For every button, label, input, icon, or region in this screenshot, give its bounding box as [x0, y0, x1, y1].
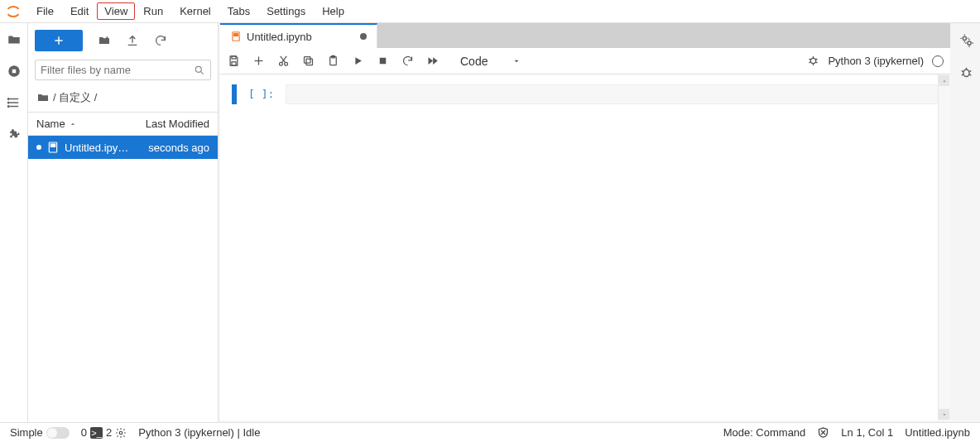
svg-point-23: [284, 62, 287, 65]
status-counts[interactable]: 0 >_ 2: [81, 426, 127, 439]
bug-icon[interactable]: [807, 55, 819, 67]
copy-icon[interactable]: [301, 55, 315, 68]
content-area: Untitled.ipynb Code: [219, 23, 980, 422]
extensions-icon[interactable]: [6, 126, 22, 142]
notebook-icon: [46, 141, 60, 154]
svg-point-40: [963, 70, 968, 77]
paste-icon[interactable]: [326, 55, 339, 68]
file-list-header: Name Last Modified: [28, 112, 218, 136]
statusbar: Simple 0 >_ 2 Python 3 (ipykernel) | Idl…: [0, 422, 980, 442]
file-name: Untitled.ipy…: [65, 142, 128, 154]
cell-prompt: [ ]:: [243, 84, 279, 104]
svg-line-33: [809, 59, 811, 60]
svg-rect-18: [232, 56, 236, 59]
menu-view[interactable]: View: [97, 2, 135, 20]
svg-line-35: [809, 62, 811, 63]
scrollbar[interactable]: [938, 74, 950, 420]
tab-bar: Untitled.ipynb: [220, 23, 950, 48]
filebrowser-panel: / 自定义 / Name Last Modified Untitled.ipy……: [28, 23, 219, 422]
menu-settings[interactable]: Settings: [258, 2, 314, 21]
cell-marker: [232, 84, 237, 104]
folder-icon[interactable]: [6, 31, 22, 48]
toggle-switch[interactable]: [46, 427, 70, 439]
running-indicator-icon: [36, 145, 41, 150]
svg-point-12: [195, 66, 201, 72]
menu-run[interactable]: Run: [135, 2, 171, 21]
svg-line-34: [816, 59, 818, 60]
svg-rect-26: [306, 59, 313, 65]
file-list: Untitled.ipy… seconds ago: [28, 136, 218, 422]
restart-run-all-icon[interactable]: [425, 55, 439, 68]
svg-line-13: [200, 71, 203, 74]
notebook-toolbar: Code Python 3 (ipykernel): [220, 48, 950, 74]
filter-box[interactable]: [35, 60, 211, 80]
jupyter-logo: [5, 3, 22, 20]
cell-input[interactable]: [286, 84, 939, 104]
svg-point-39: [967, 41, 970, 45]
svg-rect-27: [304, 57, 310, 64]
file-item-selected[interactable]: Untitled.ipy… seconds ago: [28, 136, 218, 159]
menu-edit[interactable]: Edit: [62, 2, 97, 21]
restart-icon[interactable]: [401, 55, 414, 68]
simple-mode-toggle[interactable]: Simple: [10, 426, 70, 439]
cut-icon[interactable]: [276, 55, 290, 68]
svg-rect-17: [234, 34, 238, 36]
run-icon[interactable]: [351, 55, 364, 68]
notebook-trust-icon[interactable]: [817, 426, 829, 439]
debugger-icon[interactable]: [959, 65, 973, 79]
tab-notebook[interactable]: Untitled.ipynb: [220, 23, 377, 48]
menu-file[interactable]: File: [28, 2, 62, 21]
svg-line-36: [816, 62, 818, 63]
new-launcher-button[interactable]: [35, 30, 83, 51]
svg-line-44: [961, 74, 963, 75]
gear-icon: [115, 427, 127, 439]
svg-line-45: [969, 74, 971, 75]
filebrowser-toolbar: [28, 23, 218, 56]
kernel-name: Python 3 (ipykernel): [828, 55, 924, 67]
property-inspector-icon[interactable]: [959, 33, 973, 47]
scroll-up-icon[interactable]: [939, 75, 949, 86]
file-modified: seconds ago: [148, 142, 209, 154]
column-modified[interactable]: Last Modified: [146, 118, 209, 130]
menu-kernel[interactable]: Kernel: [171, 2, 219, 21]
kernel-status-icon[interactable]: [932, 55, 944, 67]
folder-icon: [36, 91, 50, 104]
svg-point-38: [963, 36, 966, 40]
add-cell-icon[interactable]: [252, 55, 265, 68]
breadcrumb-path: / 自定义 /: [53, 90, 97, 105]
svg-point-6: [7, 102, 9, 103]
kernel-info[interactable]: Python 3 (ipykernel): [807, 55, 944, 67]
celltype-selector[interactable]: Code: [457, 53, 524, 70]
new-folder-icon[interactable]: [98, 34, 111, 47]
scroll-down-icon[interactable]: [939, 409, 949, 420]
cursor-position: Ln 1, Col 1: [841, 426, 893, 439]
menubar: File Edit View Run Kernel Tabs Settings …: [0, 0, 980, 23]
upload-icon[interactable]: [126, 34, 139, 47]
menu-tabs[interactable]: Tabs: [219, 2, 258, 21]
svg-rect-1: [12, 70, 16, 74]
kernel-status[interactable]: Python 3 (ipykernel) | Idle: [138, 426, 260, 439]
toc-icon[interactable]: [6, 94, 22, 111]
search-icon: [194, 65, 205, 76]
svg-rect-15: [50, 144, 55, 147]
column-name[interactable]: Name: [36, 118, 77, 130]
right-activity-bar: [952, 23, 980, 422]
svg-point-46: [119, 431, 122, 435]
refresh-icon[interactable]: [154, 34, 167, 47]
stop-icon[interactable]: [376, 55, 389, 68]
status-filename: Untitled.ipynb: [905, 426, 970, 439]
mode-indicator: Mode: Command: [723, 426, 806, 439]
save-icon[interactable]: [227, 55, 240, 68]
svg-line-43: [969, 70, 971, 71]
breadcrumb[interactable]: / 自定义 /: [28, 84, 218, 112]
unsaved-indicator-icon: [360, 33, 367, 40]
running-icon[interactable]: [6, 63, 22, 79]
filter-input[interactable]: [41, 64, 194, 76]
menu-help[interactable]: Help: [314, 2, 353, 21]
svg-point-7: [7, 106, 9, 108]
svg-point-22: [279, 62, 282, 65]
svg-point-31: [811, 58, 816, 63]
code-cell[interactable]: [ ]:: [232, 84, 939, 104]
svg-point-5: [7, 98, 9, 100]
notebook-body[interactable]: [ ]:: [220, 74, 950, 420]
